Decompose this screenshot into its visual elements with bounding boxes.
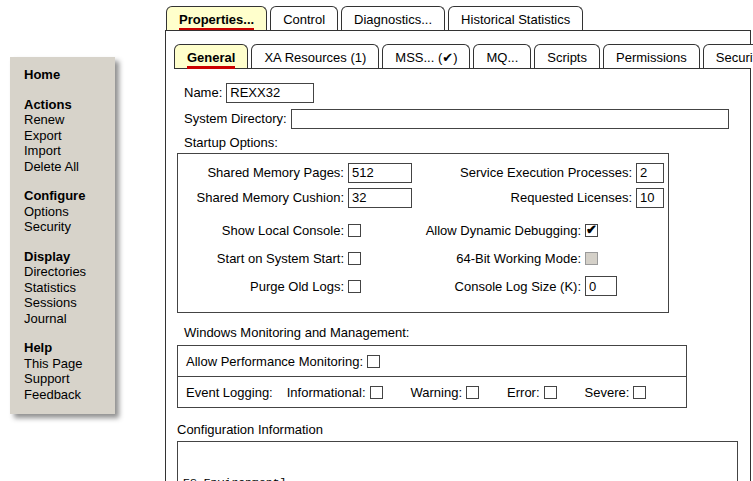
allow-dynamic-debugging-checkbox[interactable] <box>585 224 598 237</box>
tab-mss-label: MSS... (✔) <box>395 50 457 65</box>
sidebar-item-delete-all[interactable]: Delete All <box>24 159 111 175</box>
configuration-line-1-text: ES-Environment] <box>183 476 287 481</box>
tab-security-label: Security <box>716 50 753 65</box>
content-pane: General XA Resources (1) MSS... (✔) MQ..… <box>165 30 751 481</box>
tab-properties[interactable]: Properties... <box>166 6 267 30</box>
tab-mq-label: MQ... <box>486 50 518 65</box>
sidebar-item-support[interactable]: Support <box>24 371 111 387</box>
allow-performance-monitoring-checkbox[interactable] <box>367 355 380 368</box>
sidebar-menu: Home Actions Renew Export Import Delete … <box>10 57 115 414</box>
name-input[interactable] <box>226 83 314 103</box>
event-warning-label: Warning: <box>411 385 463 400</box>
tab-general-label: General <box>187 50 235 69</box>
sidebar-item-feedback[interactable]: Feedback <box>24 387 111 403</box>
shared-memory-cushion-label: Shared Memory Cushion: <box>186 190 344 205</box>
sidebar-section-configure: Configure <box>24 188 111 204</box>
start-on-system-start-label: Start on System Start: <box>186 251 344 266</box>
requested-licenses-label: Requested Licenses: <box>412 190 632 205</box>
requested-licenses-input[interactable] <box>636 188 664 208</box>
sidebar-section-actions: Actions <box>24 97 111 113</box>
tab-security[interactable]: Security <box>703 44 753 68</box>
startup-options-title: Startup Options: <box>184 135 750 151</box>
sidebar-item-statistics[interactable]: Statistics <box>24 280 111 296</box>
allow-dynamic-debugging-label: Allow Dynamic Debugging: <box>361 223 581 238</box>
sidebar-item-renew[interactable]: Renew <box>24 112 111 128</box>
sidebar-item-this-page[interactable]: This Page <box>24 356 111 372</box>
event-logging-label: Event Logging: <box>186 385 273 400</box>
tab-permissions-label: Permissions <box>616 50 687 65</box>
monitoring-group: Allow Performance Monitoring: Event Logg… <box>177 345 687 408</box>
secondary-tab-bar: General XA Resources (1) MSS... (✔) MQ..… <box>174 42 750 69</box>
sidebar-item-import[interactable]: Import <box>24 143 111 159</box>
console-log-size-input[interactable] <box>585 276 617 296</box>
show-local-console-checkbox[interactable] <box>348 224 361 237</box>
system-directory-label: System Directory: <box>184 111 287 126</box>
tab-general[interactable]: General <box>174 44 248 68</box>
configuration-editor[interactable]: ES-Environment] MFTRACE_CONFIG=C:\Users\… <box>177 441 738 481</box>
sidebar-item-journal[interactable]: Journal <box>24 311 111 327</box>
service-execution-processes-input[interactable] <box>636 163 664 183</box>
tab-permissions[interactable]: Permissions <box>603 44 700 68</box>
sidebar-item-sessions[interactable]: Sessions <box>24 295 111 311</box>
configuration-line-1: ES-Environment] <box>183 475 732 481</box>
tab-xa-resources-label: XA Resources (1) <box>264 50 366 65</box>
working-mode-64bit-label: 64-Bit Working Mode: <box>361 251 581 266</box>
allow-performance-monitoring-label: Allow Performance Monitoring: <box>186 354 363 369</box>
sidebar-item-options[interactable]: Options <box>24 204 111 220</box>
tab-mq[interactable]: MQ... <box>473 44 531 68</box>
tab-properties-label: Properties... <box>179 12 254 31</box>
shared-memory-cushion-input[interactable] <box>348 188 412 208</box>
show-local-console-label: Show Local Console: <box>186 223 344 238</box>
event-error-checkbox[interactable] <box>544 386 557 399</box>
purge-old-logs-label: Purge Old Logs: <box>186 279 344 294</box>
tab-historical-statistics-label: Historical Statistics <box>461 12 570 27</box>
shared-memory-pages-label: Shared Memory Pages: <box>186 165 344 180</box>
configuration-information-label: Configuration Information <box>177 422 750 437</box>
general-form: Name: System Directory: Startup Options:… <box>166 70 750 481</box>
service-execution-processes-label: Service Execution Processes: <box>412 165 632 180</box>
name-label: Name: <box>184 85 222 100</box>
shared-memory-pages-input[interactable] <box>348 163 412 183</box>
startup-options-group: Shared Memory Pages: Service Execution P… <box>177 153 669 313</box>
tab-mss[interactable]: MSS... (✔) <box>382 44 470 68</box>
event-informational-checkbox[interactable] <box>370 386 383 399</box>
event-severe-checkbox[interactable] <box>633 386 646 399</box>
system-directory-input[interactable] <box>291 109 729 129</box>
event-error-label: Error: <box>507 385 540 400</box>
primary-tab-bar: Properties... Control Diagnostics... His… <box>166 3 586 30</box>
sidebar-item-directories[interactable]: Directories <box>24 264 111 280</box>
tab-historical-statistics[interactable]: Historical Statistics <box>448 6 583 30</box>
event-informational-label: Informational: <box>287 385 366 400</box>
event-severe-label: Severe: <box>585 385 630 400</box>
sidebar-section-display: Display <box>24 249 111 265</box>
sidebar-item-home[interactable]: Home <box>24 67 111 83</box>
tab-control-label: Control <box>283 12 325 27</box>
tab-diagnostics[interactable]: Diagnostics... <box>341 6 445 30</box>
sidebar-item-export[interactable]: Export <box>24 128 111 144</box>
sidebar-section-help: Help <box>24 340 111 356</box>
sidebar-item-security[interactable]: Security <box>24 219 111 235</box>
start-on-system-start-checkbox[interactable] <box>348 252 361 265</box>
console-log-size-label: Console Log Size (K): <box>361 279 581 294</box>
tab-xa-resources[interactable]: XA Resources (1) <box>251 44 379 68</box>
purge-old-logs-checkbox[interactable] <box>348 280 361 293</box>
tab-diagnostics-label: Diagnostics... <box>354 12 432 27</box>
monitoring-title: Windows Monitoring and Management: <box>184 325 750 341</box>
tab-scripts[interactable]: Scripts <box>534 44 600 68</box>
tab-scripts-label: Scripts <box>547 50 587 65</box>
working-mode-64bit-checkbox <box>585 252 598 265</box>
tab-control[interactable]: Control <box>270 6 338 30</box>
event-warning-checkbox[interactable] <box>466 386 479 399</box>
